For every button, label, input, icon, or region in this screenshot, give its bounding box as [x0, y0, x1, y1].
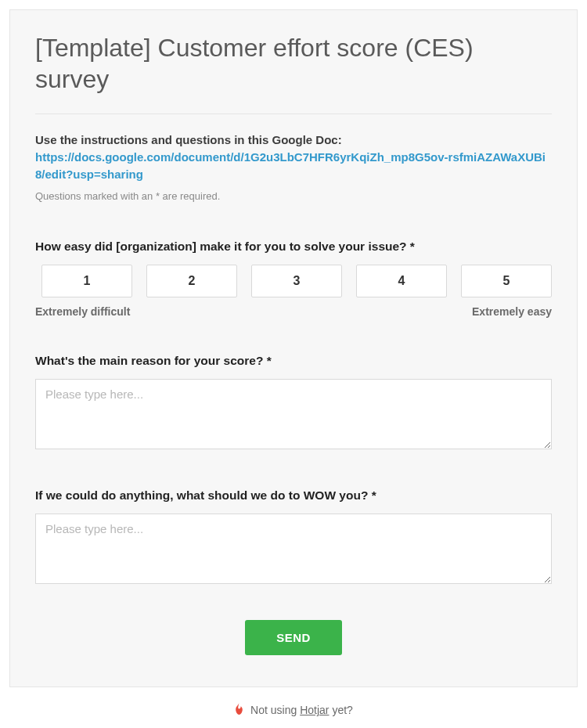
survey-title: [Template] Customer effort score (CES) s…: [35, 32, 552, 95]
reason-textarea[interactable]: [35, 379, 552, 449]
required-note: Questions marked with an * are required.: [35, 190, 552, 202]
rating-row: 1 2 3 4 5: [41, 265, 552, 297]
flame-icon: [234, 703, 244, 717]
rating-button-4[interactable]: 4: [356, 265, 447, 297]
question-label-wow: If we could do anything, what should we …: [35, 488, 552, 503]
footer-text: Not using Hotjar yet?: [250, 704, 353, 716]
survey-card: [Template] Customer effort score (CES) s…: [9, 9, 578, 687]
footer: Not using Hotjar yet?: [9, 687, 578, 720]
rating-button-1[interactable]: 1: [41, 265, 132, 297]
question-label-reason: What's the main reason for your score? *: [35, 354, 552, 368]
send-button[interactable]: SEND: [245, 620, 342, 655]
rating-captions: Extremely difficult Extremely easy: [35, 305, 552, 318]
divider: [35, 114, 552, 114]
footer-suffix: yet?: [330, 704, 353, 716]
intro-text: Use the instructions and questions in th…: [35, 132, 552, 149]
question-label-ces: How easy did [organization] make it for …: [35, 240, 552, 254]
send-row: SEND: [35, 620, 552, 655]
doc-link[interactable]: https://docs.google.com/document/d/1G2u3…: [35, 149, 552, 183]
caption-high: Extremely easy: [472, 305, 552, 318]
rating-button-3[interactable]: 3: [251, 265, 342, 297]
caption-low: Extremely difficult: [35, 305, 130, 318]
rating-button-5[interactable]: 5: [461, 265, 552, 297]
question-wow: If we could do anything, what should we …: [35, 488, 552, 587]
question-reason: What's the main reason for your score? *: [35, 354, 552, 452]
footer-prefix: Not using: [250, 704, 300, 716]
rating-button-2[interactable]: 2: [146, 265, 237, 297]
question-ces: How easy did [organization] make it for …: [35, 240, 552, 318]
footer-brand-link[interactable]: Hotjar: [300, 704, 329, 716]
wow-textarea[interactable]: [35, 514, 552, 584]
